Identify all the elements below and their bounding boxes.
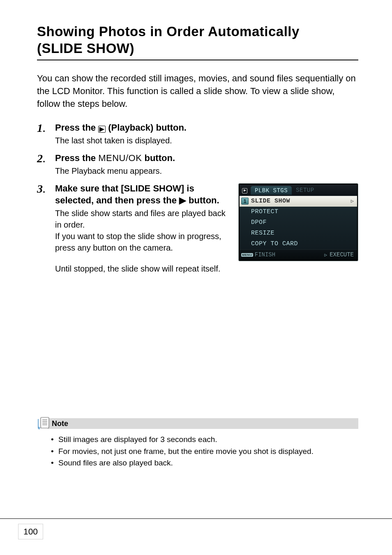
lcd-footer-menu-badge: MENU (241, 253, 253, 257)
footer-rule (0, 518, 392, 519)
lcd-footer-execute-caret-icon: ▷ (325, 252, 327, 258)
lcd-screenshot: ▶ PLBK STGS SETUP 1 SLIDE SHOW ▷ PROTECT (238, 183, 358, 261)
step-3-desc: The slide show starts and files are play… (55, 207, 231, 253)
step-1-heading: Press the ▶ (Playback) button. (55, 122, 358, 134)
lcd-row-index-badge: 1 (241, 198, 249, 205)
lcd-footer-finish: FINISH (255, 251, 275, 258)
lcd-tab-bar: ▶ PLBK STGS SETUP (240, 184, 357, 196)
step-1-content: Press the ▶ (Playback) button. The last … (55, 122, 358, 146)
lcd-row-label-dpof: DPOF (251, 219, 267, 226)
page-number: 100 (18, 524, 43, 539)
lcd-row-label-resize: RESIZE (251, 230, 274, 237)
intro-paragraph: You can show the recorded still images, … (37, 72, 358, 111)
lcd-footer-execute: ▷ EXECUTE (325, 251, 354, 258)
step-3-heading: Make sure that [SLIDE SHOW] is selected,… (55, 182, 231, 207)
step-1-head-pre: Press the (55, 122, 98, 133)
step-1: 1. Press the ▶ (Playback) button. The la… (37, 122, 358, 146)
lcd-footer: MENU FINISH ▷ EXECUTE (240, 249, 357, 260)
note-item-3: Sound files are also played back. (51, 457, 358, 469)
step-2-content: Press the MENU/OK button. The Playback m… (55, 152, 358, 177)
step-2-desc: The Playback menu appears. (55, 165, 358, 177)
step-1-head-post: (Playback) button. (106, 122, 187, 133)
step-3-head-pre: Make sure that [SLIDE SHOW] is selected,… (55, 183, 194, 206)
lcd-playback-icon: ▶ (240, 186, 250, 193)
step-2-number: 2. (37, 152, 55, 164)
step-3: 3. Make sure that [SLIDE SHOW] is select… (37, 182, 358, 261)
lcd-row-label-slide-show: SLIDE SHOW (251, 198, 290, 205)
title-line-2: (SLIDE SHOW) (37, 41, 134, 56)
step-2-head-pre: Press the (55, 153, 98, 163)
step-2-heading: Press the MENU/OK button. (55, 152, 358, 164)
title-rule (37, 60, 358, 60)
note-item-2: For movies, not just one frame, but the … (51, 446, 358, 458)
lcd-row-protect: PROTECT (240, 207, 357, 217)
lcd-menu-body: 1 SLIDE SHOW ▷ PROTECT DPOF (240, 196, 357, 249)
step-3-number-text: 3 (37, 182, 43, 195)
note-label: Note (52, 419, 68, 428)
step-1-desc: The last shot taken is displayed. (55, 135, 358, 146)
svg-rect-0 (41, 417, 49, 428)
step-3-text: Make sure that [SLIDE SHOW] is selected,… (55, 182, 231, 253)
note-section: Note Still images are displayed for 3 se… (37, 418, 358, 469)
menu-ok-label: MENU/OK (98, 153, 142, 163)
lcd-tab-plbk-stgs: PLBK STGS (251, 186, 292, 195)
step-2: 2. Press the MENU/OK button. The Playbac… (37, 152, 358, 177)
note-item-1: Still images are displayed for 3 seconds… (51, 434, 358, 446)
step-3-number: 3. (37, 182, 55, 195)
lcd-tab-setup: SETUP (292, 186, 318, 194)
step-1-number-text: 1 (37, 122, 43, 134)
note-icon (37, 416, 51, 431)
lcd-row-label-protect: PROTECT (251, 208, 279, 215)
step-3-desc-tail: Until stopped, the slide show will repea… (55, 263, 358, 274)
page: Showing Photos in Order Automatically (S… (0, 0, 392, 555)
page-title: Showing Photos in Order Automatically (S… (37, 23, 358, 57)
right-arrow-icon: ▶ (179, 195, 186, 205)
lcd-row-resize: RESIZE (240, 228, 357, 239)
note-header: Note (48, 418, 358, 429)
playback-icon: ▶ (98, 126, 106, 133)
title-line-1: Showing Photos in Order Automatically (37, 24, 300, 39)
step-2-number-text: 2 (37, 152, 43, 165)
steps-list: 1. Press the ▶ (Playback) button. The la… (37, 122, 358, 261)
lcd-row-dpof: DPOF (240, 217, 357, 228)
step-1-number: 1. (37, 122, 55, 134)
step-3-content: Make sure that [SLIDE SHOW] is selected,… (55, 182, 358, 261)
step-2-head-post: button. (142, 153, 175, 163)
lcd-row-copy-to-card: COPY TO CARD (240, 239, 357, 249)
lcd-row-caret-icon: ▷ (351, 198, 354, 204)
note-list: Still images are displayed for 3 seconds… (51, 434, 358, 469)
lcd-row-label-copy-to-card: COPY TO CARD (251, 240, 298, 247)
lcd-row-slide-show: 1 SLIDE SHOW ▷ (240, 196, 357, 207)
lcd-footer-execute-label: EXECUTE (330, 251, 354, 258)
step-3-head-post: button. (186, 195, 219, 205)
